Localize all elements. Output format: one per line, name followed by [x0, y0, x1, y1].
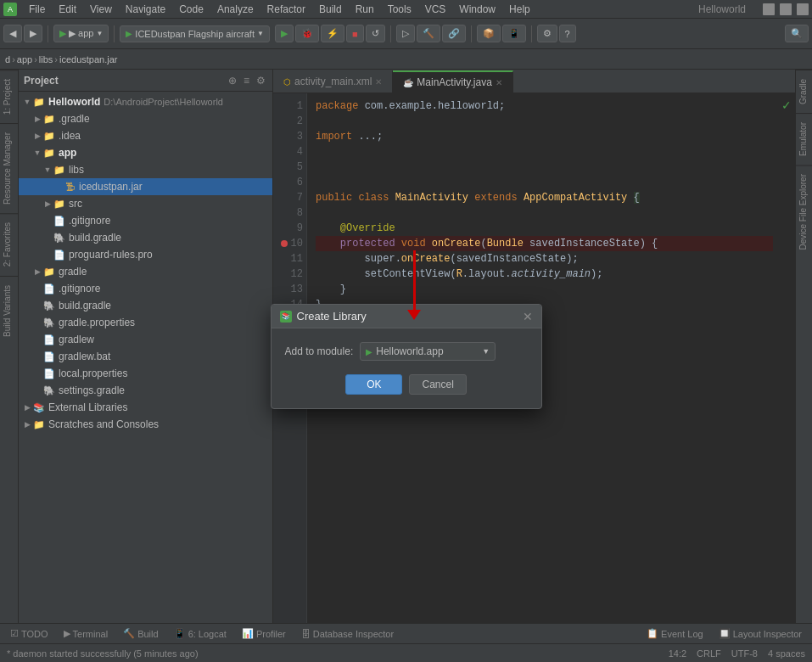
arrow-line [413, 250, 416, 310]
module-row: Add to module: ▶ Helloworld.app ▼ [285, 342, 528, 361]
ok-button[interactable]: OK [345, 374, 402, 395]
select-dropdown-icon: ▼ [482, 347, 490, 356]
module-select-value: Helloworld.app [376, 345, 443, 357]
dialog-body: Add to module: ▶ Helloworld.app ▼ OK Can… [272, 328, 541, 408]
add-to-module-label: Add to module: [285, 345, 354, 357]
cancel-button[interactable]: Cancel [409, 374, 466, 395]
dialog-title-bar: 📚 Create Library ✕ [272, 305, 541, 328]
create-library-dialog: 📚 Create Library ✕ Add to module: ▶ Hell… [271, 304, 542, 409]
module-select[interactable]: ▶ Helloworld.app ▼ [360, 342, 496, 361]
dialog-overlay: 📚 Create Library ✕ Add to module: ▶ Hell… [0, 0, 812, 662]
dialog-buttons: OK Cancel [285, 374, 528, 395]
dialog-close-btn[interactable]: ✕ [523, 311, 533, 323]
dialog-title: Create Library [297, 310, 518, 323]
dialog-icon: 📚 [280, 311, 292, 323]
